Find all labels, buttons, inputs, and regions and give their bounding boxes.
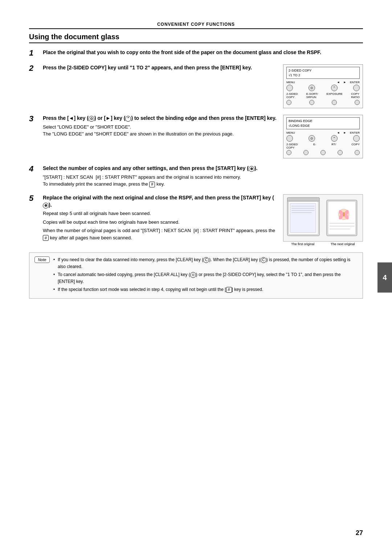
display-line-3-1: BINDING EDGE <box>289 119 358 123</box>
header-title: CONVENIENT COPY FUNCTIONS <box>29 22 363 29</box>
control-panel-2: 2-SIDED COPY √1 TO 2 MENU ◄ ► ENTER ⊙ <box>283 64 363 108</box>
enter-label: ENTER <box>350 81 360 84</box>
panel-buttons-2: ⊙ ⌃ <box>286 85 360 91</box>
note-content: If you need to clear the data scanned in… <box>53 256 358 295</box>
step-3-image: BINDING EDGE √LONG EDGE MENU ◄ ► ENTER ⊙ <box>283 115 363 158</box>
panel-row-menu: MENU ◄ ► ENTER <box>286 81 360 84</box>
step-1-number: 1 <box>29 48 43 58</box>
note-icon: Note <box>34 256 50 263</box>
step-5-number: 5 <box>29 194 43 203</box>
btn-exposure-3 <box>338 150 343 155</box>
panel-buttons-bottom-3 <box>286 150 360 155</box>
arrow-left-3: ◄ <box>337 131 340 134</box>
step-4-line-2: To immediately print the scanned image, … <box>43 181 363 188</box>
step-5-body: Repeat step 5 until all originals have b… <box>43 210 277 241</box>
page-number: 27 <box>356 529 363 537</box>
note-item-1: If you need to clear the data scanned in… <box>53 256 358 270</box>
tab-number: 4 <box>383 274 387 282</box>
step-5-line-2: Copies will be output each time two orig… <box>43 219 277 226</box>
right-btn-3: ⌃ <box>331 135 338 142</box>
step-1-content: Place the original that you wish to copy… <box>43 49 363 58</box>
label-e-3: E- <box>313 143 316 149</box>
step-3: 3 Press the [◄] key (⊙) or [►] key (⌃) t… <box>29 115 363 158</box>
step-4-line-1: "[START] : NEXT SCAN [#] : START PRINT" … <box>43 174 363 181</box>
step-5-image: The first original The next original <box>283 194 363 246</box>
step-5-line-3: When the number of original pages is odd… <box>43 227 277 241</box>
scanner-svg <box>283 194 363 242</box>
step-2: 2 Press the [2-SIDED COPY] key until "1 … <box>29 64 363 108</box>
btn-ratio <box>355 100 360 105</box>
right-btn: ⌃ <box>331 85 338 91</box>
label-esort: E-SORT/SRFUN <box>306 92 318 99</box>
svg-rect-2 <box>290 203 316 233</box>
btn-esort <box>309 100 314 105</box>
step-2-with-image: Press the [2-SIDED COPY] key until "1 TO… <box>43 64 363 108</box>
btn-n-3 <box>320 150 326 155</box>
panel-buttons-bottom-2 <box>286 100 360 105</box>
step-4-content: Select the number of copies and any othe… <box>43 165 363 188</box>
page: 4 CONVENIENT COPY FUNCTIONS Using the do… <box>0 0 392 555</box>
step-2-title: Press the [2-SIDED COPY] key until "1 TO… <box>43 64 277 72</box>
step-5-with-image: Replace the original with the next origi… <box>43 194 363 246</box>
btn-exposure <box>332 100 337 105</box>
svg-rect-7 <box>287 198 320 201</box>
step-4-number: 4 <box>29 164 43 174</box>
step-3-body: Select "LONG EDGE" or "SHORT EDGE". The … <box>43 123 277 138</box>
step-2-content: Press the [2-SIDED COPY] key until "1 TO… <box>43 64 363 108</box>
step-2-number: 2 <box>29 64 43 73</box>
step-5-line-1: Repeat step 5 until all originals have b… <box>43 210 277 217</box>
step-4: 4 Select the number of copies and any ot… <box>29 165 363 188</box>
menu-label-3: MENU <box>286 131 335 134</box>
step-3-with-image: Press the [◄] key (⊙) or [►] key (⌃) to … <box>43 115 363 158</box>
panel-buttons-3: ⊙ ⌃ <box>286 135 360 142</box>
step-3-title: Press the [◄] key (⊙) or [►] key (⌃) to … <box>43 115 277 122</box>
panel-row-3-menu: MENU ◄ ► ENTER <box>286 131 360 134</box>
menu-btn <box>286 85 293 91</box>
step-5: 5 Replace the original with the next ori… <box>29 194 363 246</box>
label-2sided: 2-SIDEDCOPY <box>286 92 298 99</box>
label-2sided-3: 2-SIDEDCOPY <box>286 143 298 149</box>
display-line-3-2: √LONG EDGE <box>289 123 358 128</box>
note-icon-label: Note <box>38 258 46 262</box>
btn-2sided <box>286 100 291 105</box>
btn-2sided-3 <box>286 150 291 155</box>
step-3-line-1: Select "LONG EDGE" or "SHORT EDGE". <box>43 123 277 131</box>
left-btn: ⊙ <box>309 85 315 91</box>
label-copy-3: COPY <box>351 143 360 149</box>
label-copy-ratio: COPYRATIO <box>351 92 360 99</box>
control-panel-3: BINDING EDGE √LONG EDGE MENU ◄ ► ENTER ⊙ <box>283 115 363 158</box>
label-exposure: EXPOSURE <box>326 92 342 99</box>
step-3-text: Press the [◄] key (⊙) or [►] key (⌃) to … <box>43 115 277 138</box>
left-btn-3: ⊙ <box>309 135 315 142</box>
panel-display-3: BINDING EDGE √LONG EDGE <box>286 117 360 129</box>
step-2-text: Press the [2-SIDED COPY] key until "1 TO… <box>43 64 277 73</box>
display-line-2: √1 TO 2 <box>289 73 358 78</box>
step-1-title: Place the original that you wish to copy… <box>43 49 363 56</box>
arrow-right: ► <box>343 81 346 84</box>
section-heading: Using the document glass <box>29 33 363 43</box>
note-list: If you need to clear the data scanned in… <box>53 256 358 293</box>
enter-btn <box>353 85 360 91</box>
enter-label-3: ENTER <box>350 131 360 134</box>
step-5-content: Replace the original with the next origi… <box>43 194 363 246</box>
panel-labels-3: 2-SIDEDCOPY E- RT/ COPY <box>286 143 360 149</box>
arrow-left: ◄ <box>337 81 340 84</box>
tab-marker: 4 <box>377 263 392 293</box>
step-5-title: Replace the original with the next origi… <box>43 194 277 208</box>
enter-btn-3 <box>353 135 360 142</box>
note-box: Note If you need to clear the data scann… <box>29 252 363 299</box>
caption-next: The next original <box>331 242 355 246</box>
step-3-line-2: The "LONG EDGE" and "SHORT EDGE" are sho… <box>43 130 277 138</box>
step-3-number: 3 <box>29 114 43 123</box>
note-item-3: If the special function sort mode was se… <box>53 286 358 293</box>
label-rt-3: RT/ <box>331 143 336 149</box>
panel-display-2: 2-SIDED COPY √1 TO 2 <box>286 67 360 79</box>
step-5-text: Replace the original with the next origi… <box>43 194 277 243</box>
step-4-body: "[START] : NEXT SCAN [#] : START PRINT" … <box>43 174 363 188</box>
btn-e-3 <box>303 150 309 155</box>
step-4-title: Select the number of copies and any othe… <box>43 165 363 172</box>
note-item-2: To cancel automatic two-sided copying, p… <box>53 271 358 285</box>
menu-btn-3 <box>286 135 293 142</box>
step-2-image: 2-SIDED COPY √1 TO 2 MENU ◄ ► ENTER ⊙ <box>283 64 363 108</box>
menu-label: MENU <box>286 81 335 84</box>
